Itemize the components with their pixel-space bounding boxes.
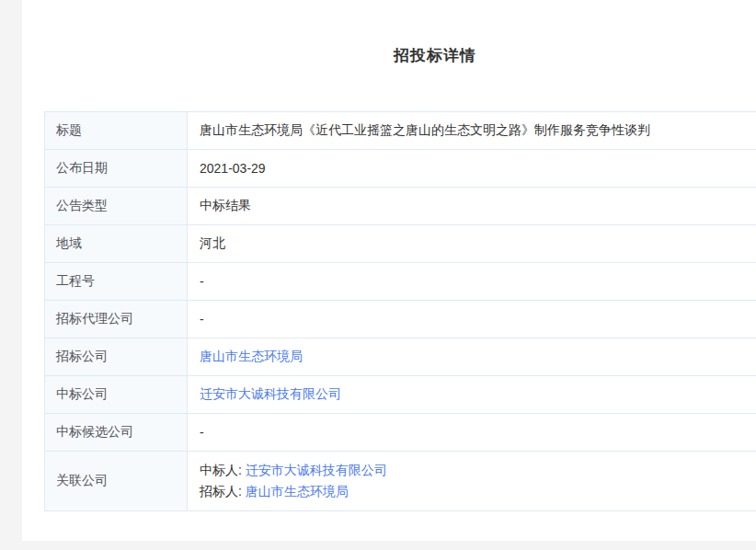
row-label: 工程号 xyxy=(45,263,188,301)
row-value: 迁安市大诚科技有限公司 xyxy=(188,376,756,414)
row-value: - xyxy=(188,301,756,338)
related-role-label: 中标人: xyxy=(200,463,246,477)
row-label: 招标公司 xyxy=(45,338,188,376)
table-row: 公告类型中标结果 xyxy=(45,188,756,225)
table-row: 地域河北 xyxy=(45,225,756,263)
company-link[interactable]: 迁安市大诚科技有限公司 xyxy=(200,386,341,401)
row-value: 唐山市生态环境局 xyxy=(188,338,756,376)
related-role-label: 招标人: xyxy=(200,484,246,498)
row-label: 公告类型 xyxy=(45,188,188,225)
row-label: 标题 xyxy=(45,112,188,150)
table-row: 招标代理公司- xyxy=(45,301,756,338)
row-value: 唐山市生态环境局《近代工业摇篮之唐山的生态文明之路》制作服务竞争性谈判 xyxy=(188,112,756,150)
table-row: 招标公司唐山市生态环境局 xyxy=(45,338,756,376)
row-label: 地域 xyxy=(45,225,188,263)
row-value: - xyxy=(188,414,756,452)
detail-table: 标题唐山市生态环境局《近代工业摇篮之唐山的生态文明之路》制作服务竞争性谈判公布日… xyxy=(44,111,756,511)
company-link[interactable]: 迁安市大诚科技有限公司 xyxy=(246,463,387,477)
table-row: 中标公司迁安市大诚科技有限公司 xyxy=(45,376,756,414)
company-link[interactable]: 唐山市生态环境局 xyxy=(200,349,303,363)
page-title: 招投标详情 xyxy=(22,0,756,66)
detail-card: 招投标详情 标题唐山市生态环境局《近代工业摇篮之唐山的生态文明之路》制作服务竞争… xyxy=(22,0,756,541)
row-value: 中标人: 迁安市大诚科技有限公司招标人: 唐山市生态环境局 xyxy=(188,452,756,511)
row-value: 2021-03-29 xyxy=(188,150,756,188)
table-row: 公布日期2021-03-29 xyxy=(45,150,756,188)
related-company-line: 中标人: 迁安市大诚科技有限公司 xyxy=(200,460,756,481)
table-row: 关联公司中标人: 迁安市大诚科技有限公司招标人: 唐山市生态环境局 xyxy=(45,452,756,511)
table-row: 标题唐山市生态环境局《近代工业摇篮之唐山的生态文明之路》制作服务竞争性谈判 xyxy=(45,112,756,150)
row-label: 招标代理公司 xyxy=(45,301,188,338)
row-label: 关联公司 xyxy=(45,452,188,511)
row-value: - xyxy=(188,263,756,301)
row-label: 中标公司 xyxy=(45,376,188,414)
row-label: 中标候选公司 xyxy=(45,414,188,452)
table-row: 中标候选公司- xyxy=(45,414,756,452)
related-company-line: 招标人: 唐山市生态环境局 xyxy=(200,481,756,502)
row-value: 中标结果 xyxy=(188,188,756,225)
row-label: 公布日期 xyxy=(45,150,188,188)
company-link[interactable]: 唐山市生态环境局 xyxy=(246,484,349,498)
table-row: 工程号- xyxy=(45,263,756,301)
row-value: 河北 xyxy=(188,225,756,263)
